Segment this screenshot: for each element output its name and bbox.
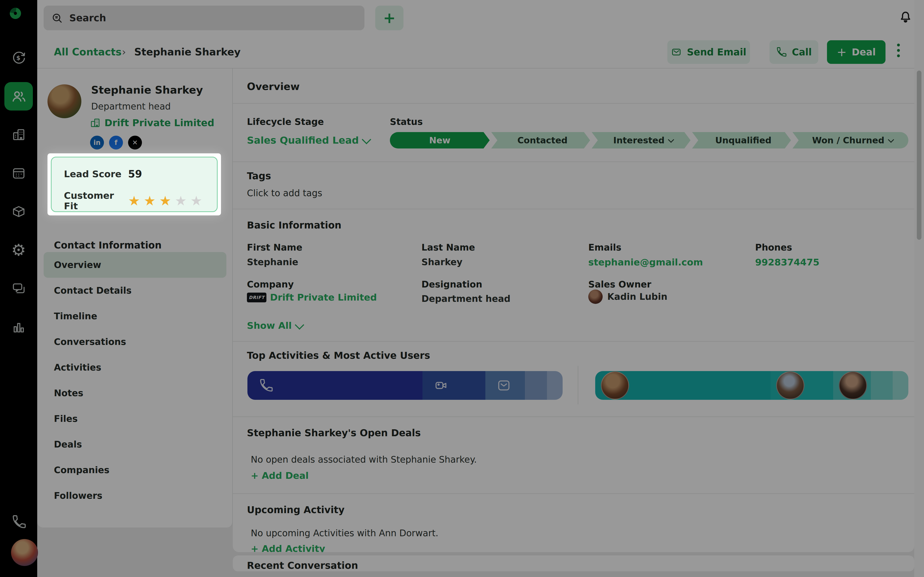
nav-item-followers[interactable]: Followers bbox=[44, 483, 226, 509]
breadcrumb-all-contacts[interactable]: All Contacts bbox=[54, 36, 122, 68]
page-header: All Contacts › Stephanie Sharkey Send Em… bbox=[37, 36, 924, 68]
contact-avatar bbox=[47, 84, 81, 118]
nav-item-contact-details[interactable]: Contact Details bbox=[44, 278, 226, 303]
phone-icon bbox=[776, 47, 787, 58]
phone-nav-icon[interactable] bbox=[0, 514, 37, 529]
company-value-link[interactable]: DRIFT Drift Private Limited bbox=[247, 292, 377, 303]
lead-score-row: Lead Score 59 bbox=[64, 168, 142, 180]
active-user-avatar-2 bbox=[776, 371, 804, 400]
overview-panel: Overview Lifecycle Stage Sales Qualified… bbox=[233, 68, 914, 552]
nav-item-timeline[interactable]: Timeline bbox=[44, 303, 226, 329]
add-deal-button[interactable]: + Deal bbox=[827, 40, 885, 64]
contact-info-heading: Contact Information bbox=[54, 240, 162, 251]
email-value-link[interactable]: stephanie@gmail.com bbox=[588, 257, 703, 268]
x-icon[interactable]: ✕ bbox=[128, 135, 142, 150]
nav-item-conversations[interactable]: Conversations bbox=[44, 329, 226, 355]
status-pipeline: New Contacted Interested Unqualified Won… bbox=[390, 132, 908, 148]
active-user-segment-2[interactable] bbox=[771, 371, 833, 400]
quick-add-button[interactable]: + bbox=[375, 6, 404, 30]
sales-owner-value: Kadin Lubin bbox=[588, 290, 667, 304]
active-user-avatar-1 bbox=[601, 371, 629, 400]
active-user-segment-3[interactable] bbox=[833, 371, 871, 400]
star-icon-filled: ★ bbox=[159, 194, 171, 208]
chat-icon[interactable] bbox=[0, 281, 37, 296]
contact-company-link[interactable]: Drift Private Limited bbox=[90, 117, 214, 129]
show-all-toggle[interactable]: Show All bbox=[247, 320, 302, 331]
facebook-icon[interactable]: f bbox=[109, 135, 123, 150]
active-users-bar bbox=[595, 371, 908, 400]
phones-label: Phones bbox=[755, 242, 792, 253]
nav-item-activities[interactable]: Activities bbox=[44, 355, 226, 380]
recent-conversation-heading: Recent Conversation bbox=[247, 560, 358, 571]
phone-value-link[interactable]: 9928374475 bbox=[755, 257, 819, 268]
lead-score-card: Lead Score 59 Customer Fit ★ ★ ★ ★ ★ bbox=[51, 157, 218, 212]
nav-item-files[interactable]: Files bbox=[44, 406, 226, 432]
analytics-icon[interactable] bbox=[0, 319, 37, 334]
first-name-value: Stephanie bbox=[247, 257, 298, 267]
tags-placeholder[interactable]: Click to add tags bbox=[247, 188, 322, 198]
first-name-label: First Name bbox=[247, 242, 302, 253]
status-stage-new[interactable]: New bbox=[390, 132, 490, 148]
status-stage-won-churned[interactable]: Won / Churned bbox=[793, 132, 908, 148]
calendar-icon[interactable] bbox=[0, 166, 37, 181]
nav-item-deals[interactable]: Deals bbox=[44, 432, 226, 457]
call-button[interactable]: Call bbox=[769, 40, 818, 64]
sales-owner-avatar bbox=[588, 290, 603, 304]
active-user-segment-4[interactable] bbox=[871, 371, 893, 400]
global-search[interactable] bbox=[44, 6, 365, 30]
send-email-button[interactable]: Send Email bbox=[667, 40, 750, 64]
star-icon-empty: ★ bbox=[175, 194, 187, 208]
status-stage-contacted[interactable]: Contacted bbox=[491, 132, 590, 148]
designation-label: Designation bbox=[422, 279, 482, 290]
lead-score-value: 59 bbox=[128, 168, 142, 180]
lifecycle-stage-dropdown[interactable]: Sales Qualified Lead bbox=[247, 135, 369, 146]
active-user-segment-1[interactable] bbox=[595, 371, 771, 400]
current-user-avatar[interactable] bbox=[11, 539, 38, 566]
more-options-kebab-icon[interactable] bbox=[897, 44, 900, 57]
emails-label: Emails bbox=[588, 242, 621, 253]
add-activity-link[interactable]: + Add Activity bbox=[251, 543, 325, 552]
scrollbar-thumb[interactable] bbox=[917, 71, 921, 240]
companies-icon[interactable] bbox=[0, 127, 37, 142]
nav-item-overview[interactable]: Overview bbox=[44, 252, 226, 278]
status-label: Status bbox=[390, 117, 423, 127]
settings-gear-icon[interactable]: ⚙ bbox=[0, 243, 37, 258]
active-user-avatar-3 bbox=[839, 371, 867, 400]
star-icon-empty: ★ bbox=[191, 194, 202, 208]
activity-segment-other-1[interactable] bbox=[525, 371, 547, 400]
activity-segment-calls[interactable] bbox=[247, 371, 422, 400]
overview-title: Overview bbox=[247, 81, 300, 92]
designation-value: Department head bbox=[422, 293, 510, 304]
social-links: in f ✕ bbox=[90, 135, 142, 150]
status-stage-unqualified[interactable]: Unqualified bbox=[692, 132, 791, 148]
activity-segment-other-2[interactable] bbox=[547, 371, 563, 400]
brand-logo-icon[interactable] bbox=[7, 5, 23, 21]
contact-name: Stephanie Sharkey bbox=[91, 84, 203, 96]
customer-fit-label: Customer Fit bbox=[64, 190, 128, 211]
status-stage-interested[interactable]: Interested bbox=[591, 132, 690, 148]
open-deals-heading: Stephanie Sharkey's Open Deals bbox=[247, 427, 421, 438]
add-deal-link[interactable]: + Add Deal bbox=[251, 470, 309, 481]
send-email-label: Send Email bbox=[687, 47, 746, 58]
contact-info-nav: Overview Contact Details Timeline Conver… bbox=[44, 252, 226, 509]
currency-exchange-icon[interactable]: $ bbox=[0, 50, 37, 65]
chevron-down-icon bbox=[362, 135, 371, 144]
bars-divider bbox=[578, 366, 578, 405]
top-bar: + bbox=[37, 0, 924, 36]
tags-heading: Tags bbox=[247, 171, 271, 182]
notifications-bell-icon[interactable] bbox=[898, 10, 913, 25]
active-user-segment-5[interactable] bbox=[893, 371, 908, 400]
star-icon-filled: ★ bbox=[128, 194, 140, 208]
nav-item-notes[interactable]: Notes bbox=[44, 380, 226, 406]
contacts-nav-icon[interactable] bbox=[4, 82, 33, 111]
plus-icon: + bbox=[837, 46, 847, 58]
lifecycle-stage-label: Lifecycle Stage bbox=[247, 117, 324, 127]
activity-segment-video[interactable] bbox=[422, 371, 486, 400]
search-input[interactable] bbox=[69, 12, 357, 24]
nav-item-companies[interactable]: Companies bbox=[44, 457, 226, 483]
linkedin-icon[interactable]: in bbox=[90, 135, 104, 150]
activity-segment-email[interactable] bbox=[485, 371, 525, 400]
customer-fit-stars: ★ ★ ★ ★ ★ bbox=[128, 194, 202, 208]
upcoming-empty-text: No upcoming Activities with Ann Dorwart. bbox=[251, 528, 438, 538]
product-box-icon[interactable] bbox=[0, 204, 37, 219]
